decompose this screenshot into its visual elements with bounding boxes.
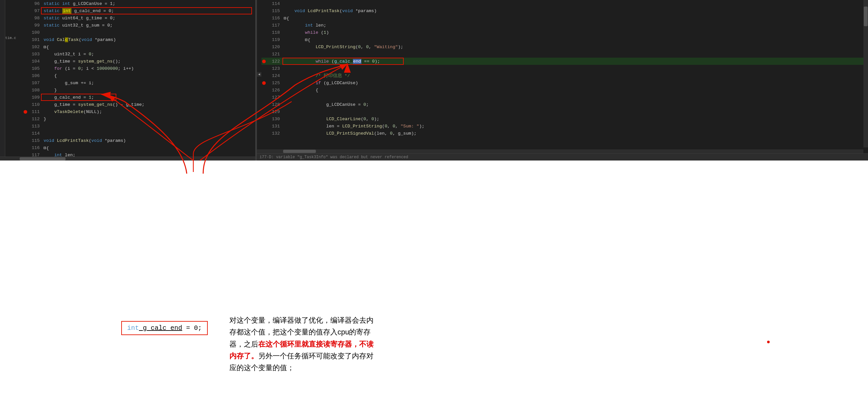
code-110: g_time = system_get_ns() - g_time; — [42, 102, 145, 107]
code-r118: while (1) — [282, 30, 329, 35]
ln-110: 110 — [28, 102, 42, 107]
code-r124: /* 打印信息 */ — [282, 73, 350, 78]
snippet-equals: = 0; — [182, 324, 202, 332]
code-r132: LCD_PrintSignedVal(len, 0, g_sum); — [282, 131, 416, 136]
ln-r124: 124 — [266, 73, 282, 78]
code-line-111: 111 vTaskDelete(NULL); — [23, 108, 255, 115]
annotation-line5: 应的这个变量的值； — [229, 362, 459, 374]
code-line-r130: 130 LCD_ClearLine(0, 0); — [261, 115, 863, 123]
snippet-keyword: int — [127, 324, 139, 332]
code-line-98: 98 static uint64_t g_time = 0; — [23, 14, 255, 22]
ln-108: 108 — [28, 88, 42, 93]
code-105: for (i = 0; i < 10000000; i++) — [42, 66, 134, 71]
code-line-105: 105 for (i = 0; i < 10000000; i++) — [23, 65, 255, 72]
ln-r118: 118 — [266, 30, 282, 35]
ln-r121: 121 — [266, 52, 282, 57]
right-scrollbar-v[interactable] — [863, 0, 868, 147]
code-line-104: 104 g_time = system_get_ns(); — [23, 58, 255, 65]
left-scrollbar-thumb[interactable] — [20, 157, 65, 161]
code-line-106: 106 { — [23, 72, 255, 79]
code-109: g_calc_end = 1; — [42, 95, 94, 100]
ln-r117: 117 — [266, 23, 282, 28]
ln-r125: 125 — [266, 80, 282, 86]
ln-102: 102 — [28, 44, 42, 49]
code-97: static int g_calc_end = 0; — [42, 8, 114, 13]
left-scrollbar-h[interactable] — [0, 157, 255, 161]
left-code-lines[interactable]: 96 static int g_LCDCanUse = 1; 97 static… — [23, 0, 255, 159]
ln-114: 114 — [28, 131, 42, 136]
code-line-110: 110 g_time = system_get_ns() - g_time; — [23, 101, 255, 108]
right-scrollbar-thumb-v[interactable] — [864, 6, 868, 26]
code-line-r120: 120 LCD_PrintString(0, 0, "Waiting"); — [261, 43, 863, 51]
code-102: ⊟{ — [42, 44, 49, 50]
code-line-112: 112 } — [23, 115, 255, 123]
ln-96: 96 — [28, 1, 42, 6]
ln-r131: 131 — [266, 124, 282, 129]
code-line-116: 116 ⊟{ — [23, 144, 255, 151]
left-code-panel: tim.c 96 static int g_LCDCanUse = 1; 97 … — [0, 0, 256, 161]
code-line-r125: 125 if (g_LCDCanUse) — [261, 79, 863, 87]
ln-r123: 123 — [266, 66, 282, 71]
code-line-96: 96 static int g_LCDCanUse = 1; — [23, 0, 255, 7]
ln-115: 115 — [28, 138, 42, 143]
code-104: g_time = system_get_ns(); — [42, 59, 121, 64]
code-line-113: 113 — [23, 123, 255, 130]
code-r130: LCD_ClearLine(0, 0); — [282, 117, 379, 122]
code-99: static uint32_t g_sum = 0; — [42, 23, 113, 28]
code-line-114: 114 — [23, 130, 255, 137]
ln-109: 109 — [28, 95, 42, 100]
code-snippet-annotation: int g_calc_end = 0; — [121, 321, 208, 335]
snippet-text: g_calc_end — [139, 324, 182, 332]
annotation-line2: 存都这个值，把这个变量的值存入cpu的寄存 — [229, 326, 459, 338]
ln-113: 113 — [28, 124, 42, 129]
right-scrollbar-h[interactable] — [257, 150, 863, 153]
ln-r126: 126 — [266, 88, 282, 93]
ln-r119: 119 — [266, 37, 282, 42]
right-code-lines[interactable]: 114 115 void LcdPrintTask(void *params) … — [261, 0, 863, 137]
code-line-r114: 114 — [261, 0, 863, 7]
ln-107: 107 — [28, 80, 42, 86]
ln-111: 111 — [28, 109, 42, 114]
ln-r114: 114 — [266, 1, 282, 6]
left-gutter — [0, 0, 5, 161]
ln-r129: 129 — [266, 109, 282, 114]
status-text: i77-D: variable "g_Task3Info" was declar… — [259, 155, 408, 160]
ln-104: 104 — [28, 59, 42, 64]
annotation-line3: 器，之后在这个循环里就直接读寄存器，不读 — [229, 338, 459, 350]
ln-r122: 122 — [266, 59, 282, 64]
code-line-r119: 119 ⊟{ — [261, 36, 863, 43]
annotation-line1: 对这个变量，编译器做了优化，编译器会去内 — [229, 315, 459, 326]
ln-116: 116 — [28, 145, 42, 151]
file-label: tim.c — [5, 36, 25, 40]
code-line-r128: 128 g_LCDCanUse = 0; — [261, 101, 863, 108]
annotation-red-dot — [767, 341, 770, 343]
code-line-r126: 126 { — [261, 87, 863, 94]
code-line-107: 107 g_sum += i; — [23, 79, 255, 87]
ln-112: 112 — [28, 117, 42, 122]
right-code-panel: ◄ 114 115 void LcdPrintTask(void *params… — [257, 0, 868, 161]
code-line-102: 102 ⊟{ — [23, 43, 255, 51]
code-96: static int g_LCDCanUse = 1; — [42, 1, 115, 6]
code-r128: g_LCDCanUse = 0; — [282, 102, 369, 107]
ln-99: 99 — [28, 23, 42, 28]
annotation-area: int g_calc_end = 0; 对这个变量，编译器做了优化，编译器会去内… — [0, 161, 868, 397]
ln-98: 98 — [28, 16, 42, 21]
code-107: g_sum += i; — [42, 80, 94, 86]
right-scrollbar-thumb-h[interactable] — [283, 150, 316, 153]
code-line-r129: 129 — [261, 108, 863, 115]
ln-101: 101 — [28, 37, 42, 42]
code-line-109: 109 g_calc_end = 1; — [23, 94, 255, 101]
ln-106: 106 — [28, 73, 42, 78]
breakpoint-dot-111 — [24, 110, 27, 114]
ln-97: 97 — [28, 8, 42, 13]
code-line-101: 101 void CalcTask(void *params) — [23, 36, 255, 43]
code-r125: if (g_LCDCanUse) — [282, 80, 358, 86]
annotation-line4: 内存了。另外一个任务循环可能改变了内存对 — [229, 350, 459, 362]
annotation-text-block: 对这个变量，编译器做了优化，编译器会去内 存都这个值，把这个变量的值存入cpu的… — [229, 315, 459, 374]
code-line-r116: 116 ⊟{ — [261, 14, 863, 22]
code-line-r117: 117 int len; — [261, 22, 863, 29]
breakpoint-dot-r122 — [262, 60, 266, 63]
code-106: { — [42, 73, 57, 78]
code-r117: int len; — [282, 23, 327, 28]
code-line-r127: 127 — [261, 94, 863, 101]
